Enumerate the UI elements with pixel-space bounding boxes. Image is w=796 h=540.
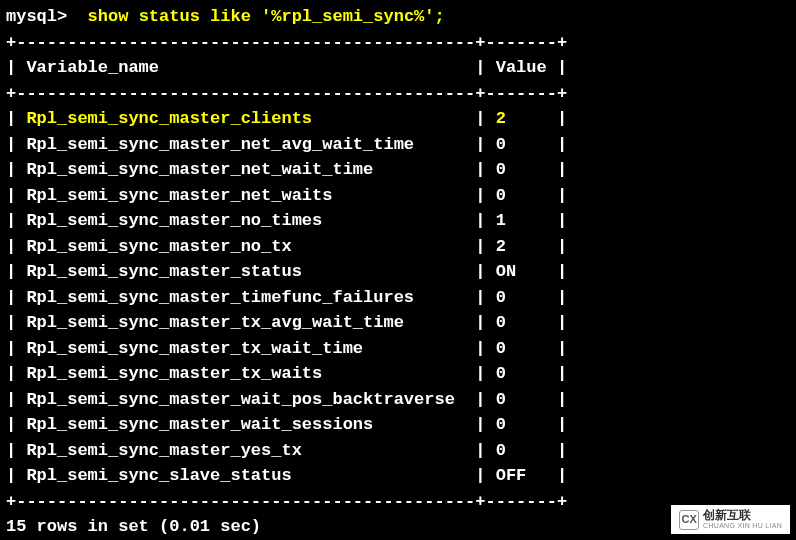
table-cell-border: |: [547, 109, 567, 128]
watermark-text: 创新互联 CHUANG XIN HU LIAN: [703, 509, 782, 530]
table-row: | Rpl_semi_sync_master_net_waits | 0 |: [6, 183, 790, 209]
table-cell-border: |: [6, 109, 26, 128]
value-cell: 2: [496, 109, 547, 128]
watermark-en-text: CHUANG XIN HU LIAN: [703, 522, 782, 530]
table-divider: +---------------------------------------…: [6, 81, 790, 107]
table-row: | Rpl_semi_sync_master_no_tx | 2 |: [6, 234, 790, 260]
watermark: CX 创新互联 CHUANG XIN HU LIAN: [671, 505, 790, 534]
watermark-cn-text: 创新互联: [703, 509, 782, 522]
variable-name-cell: Rpl_semi_sync_master_clients: [26, 109, 465, 128]
table-row: | Rpl_semi_sync_master_clients | 2 |: [6, 106, 790, 132]
table-row: | Rpl_semi_sync_master_timefunc_failures…: [6, 285, 790, 311]
table-row: | Rpl_semi_sync_master_wait_sessions | 0…: [6, 412, 790, 438]
watermark-logo-icon: CX: [679, 510, 699, 530]
sql-command: show status like '%rpl_semi_sync%';: [77, 7, 444, 26]
table-row: | Rpl_semi_sync_master_net_avg_wait_time…: [6, 132, 790, 158]
table-header-row: | Variable_name | Value |: [6, 55, 790, 81]
table-row: | Rpl_semi_sync_master_tx_wait_time | 0 …: [6, 336, 790, 362]
table-row: | Rpl_semi_sync_master_wait_pos_backtrav…: [6, 387, 790, 413]
mysql-prompt-line: mysql> show status like '%rpl_semi_sync%…: [6, 4, 790, 30]
mysql-terminal-output: mysql> show status like '%rpl_semi_sync%…: [6, 4, 790, 540]
table-row: | Rpl_semi_sync_slave_status | OFF |: [6, 463, 790, 489]
table-row: | Rpl_semi_sync_master_yes_tx | 0 |: [6, 438, 790, 464]
table-row: | Rpl_semi_sync_master_tx_avg_wait_time …: [6, 310, 790, 336]
mysql-prompt: mysql>: [6, 7, 77, 26]
table-divider: +---------------------------------------…: [6, 30, 790, 56]
table-row: | Rpl_semi_sync_master_no_times | 1 |: [6, 208, 790, 234]
table-row: | Rpl_semi_sync_master_tx_waits | 0 |: [6, 361, 790, 387]
table-cell-border: |: [465, 109, 496, 128]
table-row: | Rpl_semi_sync_master_status | ON |: [6, 259, 790, 285]
table-row: | Rpl_semi_sync_master_net_wait_time | 0…: [6, 157, 790, 183]
